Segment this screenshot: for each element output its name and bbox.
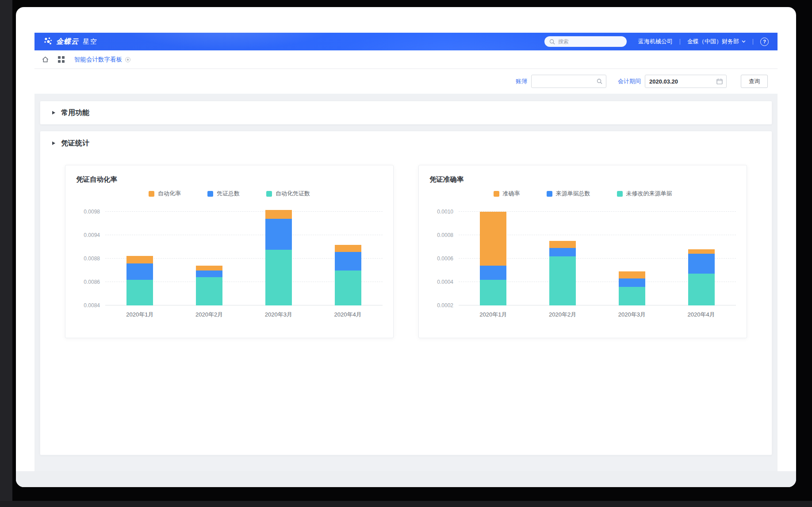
ledger-input-wrap xyxy=(531,75,606,88)
legend-label: 未修改的来源单据 xyxy=(626,190,672,198)
bar-segment-teal xyxy=(126,280,153,305)
x-category-label: 2020年3月 xyxy=(598,311,667,319)
y-tick-label: 0.0008 xyxy=(437,232,453,238)
legend-item[interactable]: 自动化率 xyxy=(149,190,181,198)
legend-label: 来源单据总数 xyxy=(556,190,590,198)
chart-card-automation-rate: 凭证自动化率 自动化率凭证总数自动化凭证数 0.00840.00860.0088… xyxy=(65,165,394,338)
period-input-wrap xyxy=(645,75,727,88)
legend-item[interactable]: 未修改的来源单据 xyxy=(617,190,672,198)
y-tick-label: 0.0098 xyxy=(84,209,100,215)
bar-segment-teal xyxy=(196,277,222,305)
y-tick-label: 0.0086 xyxy=(84,279,100,285)
ledger-label: 账簿 xyxy=(516,77,527,85)
panel-common-functions[interactable]: 常用功能 xyxy=(40,101,772,125)
query-button[interactable]: 查询 xyxy=(741,75,768,88)
app-header: 金蝶云 星空 蓝海机械公司 金蝶（中国）财务部 ? xyxy=(34,33,778,50)
department-label: 金蝶（中国）财务部 xyxy=(687,38,739,46)
x-category-label: 2020年4月 xyxy=(313,311,383,319)
bar-segment-teal xyxy=(688,274,715,305)
x-category-label: 2020年3月 xyxy=(244,311,314,319)
legend-item[interactable]: 准确率 xyxy=(494,190,520,198)
legend-swatch xyxy=(617,191,623,197)
bar-segment-teal xyxy=(265,250,292,305)
plot-area xyxy=(105,207,383,305)
x-axis-labels: 2020年1月2020年2月2020年3月2020年4月 xyxy=(105,311,383,319)
x-category-label: 2020年2月 xyxy=(528,311,598,319)
bar-segment-blue xyxy=(480,266,506,280)
legend-label: 凭证总数 xyxy=(217,190,240,198)
x-axis-labels: 2020年1月2020年2月2020年3月2020年4月 xyxy=(459,311,736,319)
bar-segment-orange xyxy=(196,266,222,271)
legend-swatch xyxy=(207,191,213,197)
bar-slots xyxy=(105,207,383,305)
legend-swatch xyxy=(494,191,499,197)
bar-segment-blue xyxy=(549,248,576,256)
chevron-down-icon xyxy=(742,40,746,43)
chart-title: 凭证自动化率 xyxy=(76,175,383,184)
bar-slot xyxy=(105,207,175,305)
y-tick-label: 0.0006 xyxy=(437,255,453,262)
chart-cards-row: 凭证自动化率 自动化率凭证总数自动化凭证数 0.00840.00860.0088… xyxy=(40,155,772,338)
tab-smart-accounting-dashboard[interactable]: 智能会计数字看板 xyxy=(74,56,130,64)
tab-label: 智能会计数字看板 xyxy=(74,56,122,64)
bar-slot xyxy=(175,207,244,305)
y-tick-label: 0.0002 xyxy=(437,302,453,309)
stacked-bar xyxy=(335,207,361,305)
bar-segment-blue xyxy=(196,271,222,278)
caret-right-icon[interactable] xyxy=(52,111,55,114)
legend-swatch xyxy=(547,191,552,197)
chart-area: 0.00840.00860.00880.00940.0098 xyxy=(76,207,383,305)
tab-options-icon[interactable] xyxy=(125,57,130,62)
y-tick-label: 0.0084 xyxy=(84,302,100,309)
stacked-bar xyxy=(196,207,222,305)
bar-segment-teal xyxy=(480,280,506,305)
home-icon[interactable] xyxy=(42,56,49,63)
tab-bar: 智能会计数字看板 xyxy=(34,50,778,69)
logo-text-secondary: 星空 xyxy=(83,38,98,46)
app-screen: 金蝶云 星空 蓝海机械公司 金蝶（中国）财务部 ? xyxy=(34,33,778,471)
search-icon[interactable] xyxy=(597,79,602,84)
stacked-bar xyxy=(480,207,506,305)
bar-segment-blue xyxy=(619,278,645,287)
stacked-bar xyxy=(688,207,715,305)
global-search-input[interactable] xyxy=(558,38,616,45)
y-tick-label: 0.0004 xyxy=(437,279,453,285)
x-category-label: 2020年1月 xyxy=(459,311,528,319)
stacked-bar xyxy=(619,207,645,305)
help-icon[interactable]: ? xyxy=(760,38,769,46)
legend-item[interactable]: 来源单据总数 xyxy=(547,190,590,198)
bar-segment-blue xyxy=(688,254,715,274)
apps-grid-icon[interactable] xyxy=(58,56,65,63)
chart-legend: 准确率来源单据总数未修改的来源单据 xyxy=(429,190,736,198)
period-label: 会计期间 xyxy=(618,77,641,85)
department-menu[interactable]: 金蝶（中国）财务部 xyxy=(687,38,746,46)
background-left-strip xyxy=(0,0,12,507)
logo-text-primary: 金蝶云 xyxy=(56,37,79,46)
caret-right-icon[interactable] xyxy=(52,141,55,145)
y-tick-label: 0.0010 xyxy=(437,209,453,215)
plot-area xyxy=(459,207,736,305)
chart-legend: 自动化率凭证总数自动化凭证数 xyxy=(76,190,383,198)
bar-slot xyxy=(666,207,736,305)
bar-segment-orange xyxy=(619,271,645,278)
filter-toolbar: 账簿 会计期间 xyxy=(34,69,778,94)
bar-segment-teal xyxy=(335,271,361,306)
legend-item[interactable]: 自动化凭证数 xyxy=(266,190,310,198)
chart-card-accuracy-rate: 凭证准确率 准确率来源单据总数未修改的来源单据 0.00020.00040.00… xyxy=(418,165,747,338)
period-input[interactable] xyxy=(645,75,726,88)
bar-slot xyxy=(313,207,383,305)
legend-swatch xyxy=(266,191,272,197)
legend-label: 自动化率 xyxy=(158,190,181,198)
legend-item[interactable]: 凭证总数 xyxy=(207,190,240,198)
period-filter-group: 会计期间 xyxy=(618,75,727,88)
header-divider xyxy=(680,39,680,45)
logo[interactable]: 金蝶云 星空 xyxy=(43,37,98,46)
panel-voucher-stats-header[interactable]: 凭证统计 xyxy=(40,131,772,155)
global-search[interactable] xyxy=(544,36,627,47)
legend-swatch xyxy=(149,191,154,197)
section-title-common-functions: 常用功能 xyxy=(61,108,89,118)
bar-segment-blue xyxy=(126,263,153,280)
calendar-icon[interactable] xyxy=(716,78,723,84)
ledger-input[interactable] xyxy=(532,75,606,88)
legend-label: 准确率 xyxy=(503,190,520,198)
